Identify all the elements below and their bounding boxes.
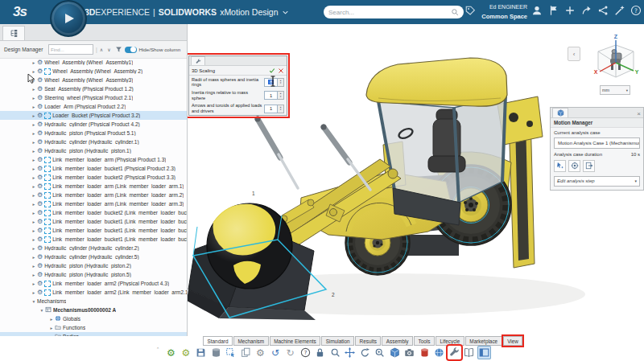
spinner-stepper[interactable]: ▴▾ [278,105,284,113]
tree-row[interactable]: ▸⚙Loader_Bucket (Physical Product 3.2) [0,111,187,120]
help-button[interactable]: ? [299,346,312,359]
tab-assembly[interactable]: Assembly [382,336,413,346]
gear-button[interactable]: ⚙ [254,346,267,359]
close-icon[interactable]: × [637,111,641,117]
copy-button[interactable] [239,346,253,359]
find-prev-button[interactable]: ∧ [100,47,105,52]
hide-show-column-toggle[interactable] [125,47,137,53]
share-arrow-icon[interactable] [581,5,592,16]
expand-arrow-icon[interactable]: ▸ [31,69,37,74]
tab-design-manager[interactable] [2,26,25,40]
tree-row[interactable]: ▸Functions [0,323,187,332]
tab-marketplace[interactable]: Marketplace [465,336,502,346]
section-cylinder-button[interactable] [418,346,431,359]
expand-arrow-icon[interactable]: ▾ [31,299,37,304]
tree-row[interactable]: ▸⚙Link_member_loader_arm (Link_member_lo… [0,199,187,208]
gear-target-button[interactable] [568,160,580,172]
tree-row[interactable]: ▸⚙Loader_Arm (Physical Product 2.2) [0,102,187,111]
tree-row[interactable]: ▸⚙Link_member_loader_arm (Link_member_lo… [0,182,187,191]
tree-row[interactable]: ▸⚙Hydraulic_cylinder (Hydraulic_cylinder… [0,252,187,261]
flag-icon[interactable] [548,5,559,16]
undo-button[interactable]: ↺ [269,346,283,359]
expand-arrow-icon[interactable]: ▸ [31,228,37,233]
redo-button[interactable]: ↻ [283,346,297,359]
tab-lifecycle[interactable]: Lifecycle [436,336,464,346]
select-area-button[interactable] [224,346,237,359]
search-button[interactable] [328,346,342,359]
tree-row[interactable]: ▸⚙Link_member_loader_bucket1 (Link_membe… [0,226,187,235]
tree-row[interactable]: ▸⚙Steering_wheel (Physical Product 2.1) [0,93,187,102]
pointer-spark-button[interactable] [554,160,566,172]
collapse-panel-button[interactable]: ‹ [568,47,580,61]
app-name[interactable]: xMotion Design [220,7,278,17]
tree-row[interactable]: ▸⚙Hydraulic_cylinder (Physical Product 4… [0,120,187,129]
expand-arrow-icon[interactable]: ▸ [31,149,37,154]
book-button[interactable] [462,346,476,359]
user-icon[interactable] [531,5,543,16]
tab-view[interactable]: View [503,336,523,346]
tree-row[interactable]: ▸⚙Seat_Assembly (Physical Product 1.2) [0,84,187,93]
user-block[interactable]: Ed ENGINEER Common Space [463,3,527,21]
share-icon[interactable] [597,5,609,16]
export-button[interactable] [583,160,595,172]
3dexperience-compass[interactable] [50,0,87,37]
tab-standard[interactable]: Standard [203,336,233,346]
find-input[interactable]: Find... [48,44,93,55]
zoom-area-button[interactable] [373,346,386,359]
tree-row[interactable]: ▸⚙Hydraulic_cylinder (Hydraulic_cylinder… [0,244,187,252]
chevron-down-icon[interactable] [282,9,289,16]
expand-arrow-icon[interactable]: ▸ [48,326,55,330]
expand-arrow-icon[interactable]: ▸ [31,96,37,101]
expand-arrow-icon[interactable]: ▸ [31,166,37,171]
toolbar-collapse-icon[interactable]: ⌃ [156,347,159,351]
expand-arrow-icon[interactable]: ▸ [31,87,37,92]
help-icon[interactable]: ? [630,5,642,16]
expand-arrow-icon[interactable]: ▸ [48,317,55,322]
mass-sphere[interactable] [207,203,292,289]
tree-row[interactable]: ▸⚙Hydraulic_cylinder (Hydraulic_cylinder… [0,137,187,146]
units-dropdown[interactable]: mm ▾ [600,85,630,95]
tree-row[interactable]: ▸⚙Link_member_loader_bucket2 (Link_membe… [0,208,187,217]
expand-arrow-icon[interactable]: ▸ [31,264,37,269]
expand-arrow-icon[interactable]: ▸ [31,122,37,127]
expand-arrow-icon[interactable]: ▸ [31,158,37,162]
expand-arrow-icon[interactable]: ▾ [39,308,45,313]
iso-cube-button[interactable] [388,346,402,359]
tab-simulation[interactable]: Simulation [321,336,354,346]
expand-arrow-icon[interactable]: ▸ [31,113,37,118]
expand-arrow-icon[interactable]: ▸ [31,184,37,189]
save-button[interactable] [194,346,208,359]
assistant-icon[interactable] [614,5,625,16]
expand-arrow-icon[interactable]: ▸ [31,105,37,109]
tab-mechanism[interactable]: Mechanism [233,336,269,346]
expand-arrow-icon[interactable]: ▸ [31,219,37,224]
expand-arrow-icon[interactable]: ▸ [31,281,37,286]
tree-row[interactable]: ▸⚙Hydraulic_piston (Physical Product 5.1… [0,129,187,137]
expand-arrow-icon[interactable]: ▸ [31,211,37,215]
rotate-button[interactable] [358,346,372,359]
gear-button[interactable]: ⚙ [164,346,178,359]
expand-arrow-icon[interactable]: ▸ [31,193,37,198]
search-icon[interactable] [451,8,459,16]
tree-row[interactable]: ▸⚙Link_member_loader_arm (Link_member_lo… [0,191,187,199]
database-button[interactable] [209,346,223,359]
gear-button[interactable]: ⚙ [180,346,193,359]
expand-arrow-icon[interactable]: ▸ [31,273,37,277]
expand-arrow-icon[interactable]: ▸ [31,237,37,242]
orientation-cube[interactable]: Z X Y [592,34,640,88]
camera-button[interactable] [402,346,416,359]
expand-arrow-icon[interactable]: ▸ [31,60,37,65]
tree-row[interactable]: ▸⚙Hydraulic_piston (Hydraulic_piston.5) [0,270,187,279]
pan-button[interactable] [343,346,357,359]
tree-row[interactable]: ▸⚙Link_member_loader_arm (Physical Produ… [0,155,187,164]
tree-row[interactable]: ▸⚙Link_member_loader_bucket2 (Physical P… [0,173,187,182]
tab-tools[interactable]: Tools [414,336,435,346]
tree-row[interactable]: ▸⚙Hydraulic_piston (Hydraulic_piston.2) [0,261,187,270]
tab-machine-elements[interactable]: Machine Elements [270,336,321,346]
analysis-case-button[interactable]: Motion Analysis Case 1 (Mechanismus000 [554,137,640,149]
tree-row[interactable]: ▸⚙Wheel_Assembly (Wheel_Assembly1) [0,58,187,67]
find-next-button[interactable]: ∨ [107,47,112,52]
expand-arrow-icon[interactable]: ▸ [31,140,37,145]
search-input[interactable]: Search... [324,6,464,18]
dialog-tab[interactable] [191,56,205,65]
